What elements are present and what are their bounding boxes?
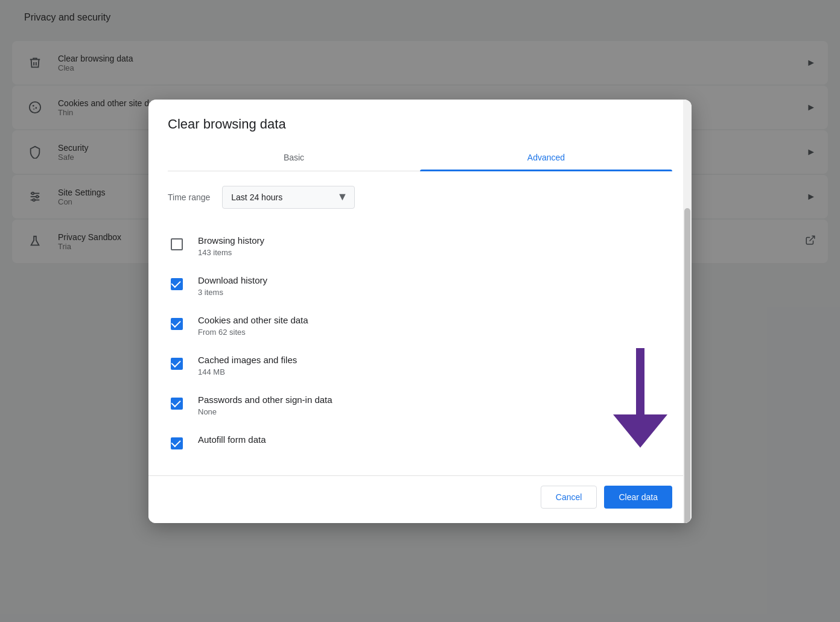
- dialog-body: Time range Last hour Last 24 hours Last …: [148, 171, 692, 475]
- passwords-checkbox[interactable]: [171, 398, 183, 410]
- cached-label: Cached images and files: [198, 354, 672, 366]
- time-range-select-wrapper[interactable]: Last hour Last 24 hours Last 7 days Last…: [222, 186, 355, 209]
- autofill-checkbox[interactable]: [171, 437, 183, 449]
- browsing-history-label: Browsing history: [198, 234, 672, 247]
- time-range-label: Time range: [168, 192, 210, 202]
- dialog-footer: Cancel Clear data: [148, 475, 692, 523]
- time-range-row: Time range Last hour Last 24 hours Last …: [168, 186, 672, 209]
- cancel-button[interactable]: Cancel: [541, 486, 597, 509]
- cookies-label: Cookies and other site data: [198, 314, 672, 326]
- passwords-count: None: [198, 407, 672, 416]
- autofill-label: Autofill form data: [198, 433, 672, 446]
- scrollbar-track[interactable]: [683, 100, 692, 523]
- tab-bar: Basic Advanced: [168, 144, 672, 171]
- cookies-count: From 62 sites: [198, 328, 672, 337]
- download-history-count: 3 items: [198, 288, 672, 297]
- cookies-item-check: Cookies and other site data From 62 site…: [168, 305, 672, 345]
- scrollbar-thumb[interactable]: [684, 208, 690, 523]
- clear-data-button[interactable]: Clear data: [604, 486, 672, 509]
- passwords-item: Passwords and other sign-in data None: [168, 385, 672, 425]
- cached-item: Cached images and files 144 MB: [168, 345, 672, 385]
- clear-browsing-data-dialog: Clear browsing data Basic Advanced Time …: [148, 100, 692, 523]
- tab-basic[interactable]: Basic: [168, 144, 420, 171]
- browsing-history-count: 143 items: [198, 248, 672, 257]
- download-history-label: Download history: [198, 274, 672, 287]
- dialog-header: Clear browsing data Basic Advanced: [148, 100, 692, 171]
- browsing-history-item: Browsing history 143 items: [168, 226, 672, 265]
- download-history-checkbox[interactable]: [171, 278, 183, 290]
- autofill-item: Autofill form data: [168, 425, 672, 461]
- cached-checkbox[interactable]: [171, 358, 183, 370]
- passwords-label: Passwords and other sign-in data: [198, 393, 672, 406]
- cookies-checkbox[interactable]: [171, 318, 183, 330]
- browsing-history-checkbox[interactable]: [171, 238, 183, 250]
- time-range-select[interactable]: Last hour Last 24 hours Last 7 days Last…: [222, 186, 355, 209]
- modal-overlay[interactable]: Clear browsing data Basic Advanced Time …: [0, 0, 840, 622]
- download-history-item: Download history 3 items: [168, 265, 672, 305]
- dialog-title: Clear browsing data: [168, 116, 672, 132]
- tab-advanced[interactable]: Advanced: [420, 144, 672, 171]
- cached-size: 144 MB: [198, 367, 672, 376]
